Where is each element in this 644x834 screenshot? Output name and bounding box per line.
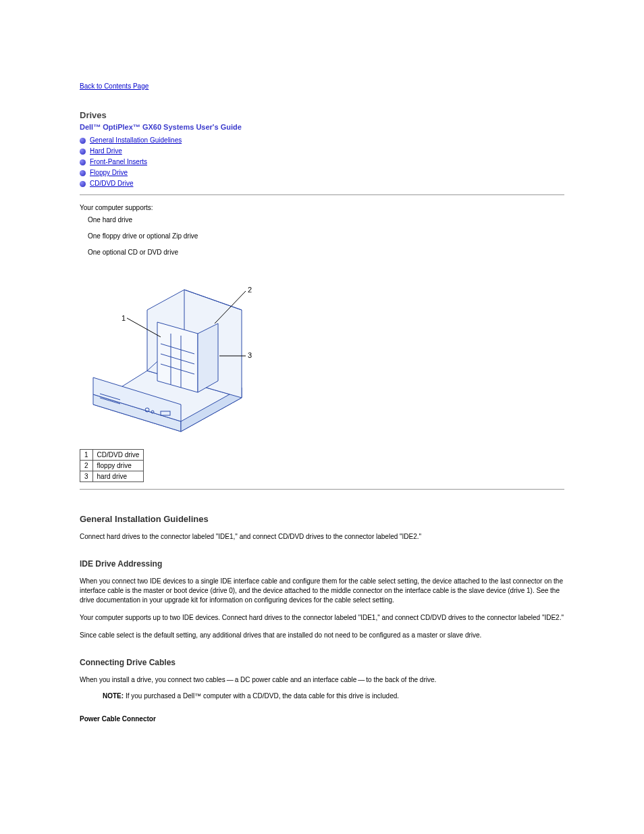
legend-num: 3 — [80, 471, 93, 482]
drive-diagram: 1 2 3 — [80, 269, 564, 438]
svg-text:2: 2 — [248, 286, 252, 294]
subheading-power-connector: Power Cable Connector — [80, 714, 564, 724]
legend-num: 1 — [80, 450, 93, 461]
page-title: Drives — [80, 110, 564, 120]
legend-text: hard drive — [92, 471, 144, 482]
bullet-icon — [80, 159, 86, 165]
section-heading-guidelines: General Installation Guidelines — [80, 514, 564, 524]
text-fragment: When you install a drive, you connect tw… — [80, 676, 225, 683]
toc-link-inserts[interactable]: Front-Panel Inserts — [90, 157, 147, 167]
list-item: One optional CD or DVD drive — [88, 248, 564, 257]
section-heading-cables: Connecting Drive Cables — [80, 658, 564, 667]
legend-text: CD/DVD drive — [92, 450, 144, 461]
note-label: NOTE: — [103, 692, 124, 700]
body-text: Since cable select is the default settin… — [80, 631, 564, 640]
section-heading-addressing: IDE Drive Addressing — [80, 559, 564, 569]
toc-link-guidelines[interactable]: General Installation Guidelines — [90, 135, 182, 146]
table-row: 2 floppy drive — [80, 461, 144, 471]
text-fragment: to the back of the drive. — [366, 676, 436, 683]
back-to-contents-link[interactable]: Back to Contents Page — [80, 82, 149, 90]
intro-lead: Your computer supports: — [80, 203, 564, 213]
text-fragment: a DC power cable and an interface cable — [235, 676, 357, 683]
bullet-icon — [80, 181, 86, 187]
toc-link-cddvd[interactable]: CD/DVD Drive — [90, 178, 133, 189]
divider — [80, 489, 564, 490]
body-text: When you connect two IDE devices to a si… — [80, 577, 564, 605]
svg-text:3: 3 — [248, 351, 252, 359]
svg-text:1: 1 — [122, 314, 126, 322]
list-item: One floppy drive or optional Zip drive — [88, 232, 564, 241]
toc-link-harddrive[interactable]: Hard Drive — [90, 146, 122, 157]
body-text: Your computer supports up to two IDE dev… — [80, 613, 564, 623]
bullet-icon — [80, 149, 86, 155]
list-item: One hard drive — [88, 215, 564, 225]
body-text: When you install a drive, you connect tw… — [80, 675, 564, 685]
legend-text: floppy drive — [92, 461, 144, 471]
svg-marker-11 — [198, 323, 218, 392]
table-of-contents: General Installation Guidelines Hard Dri… — [80, 135, 564, 189]
table-row: 1 CD/DVD drive — [80, 450, 144, 461]
bullet-icon — [80, 138, 86, 144]
note-block: NOTE: If you purchased a Dell™ computer … — [103, 692, 564, 701]
divider — [80, 194, 564, 195]
emdash-icon: — — [225, 676, 235, 683]
note-text: If you purchased a Dell™ computer with a… — [126, 692, 399, 700]
body-text: Connect hard drives to the connector lab… — [80, 532, 564, 542]
svg-marker-10 — [157, 322, 198, 392]
toc-link-floppy[interactable]: Floppy Drive — [90, 167, 128, 178]
legend-num: 2 — [80, 461, 93, 471]
legend-table: 1 CD/DVD drive 2 floppy drive 3 hard dri… — [80, 449, 144, 482]
doc-subtitle: Dell™ OptiPlex™ GX60 Systems User's Guid… — [80, 123, 564, 131]
bullet-icon — [80, 170, 86, 176]
emdash-icon: — — [356, 676, 366, 683]
table-row: 3 hard drive — [80, 471, 144, 482]
